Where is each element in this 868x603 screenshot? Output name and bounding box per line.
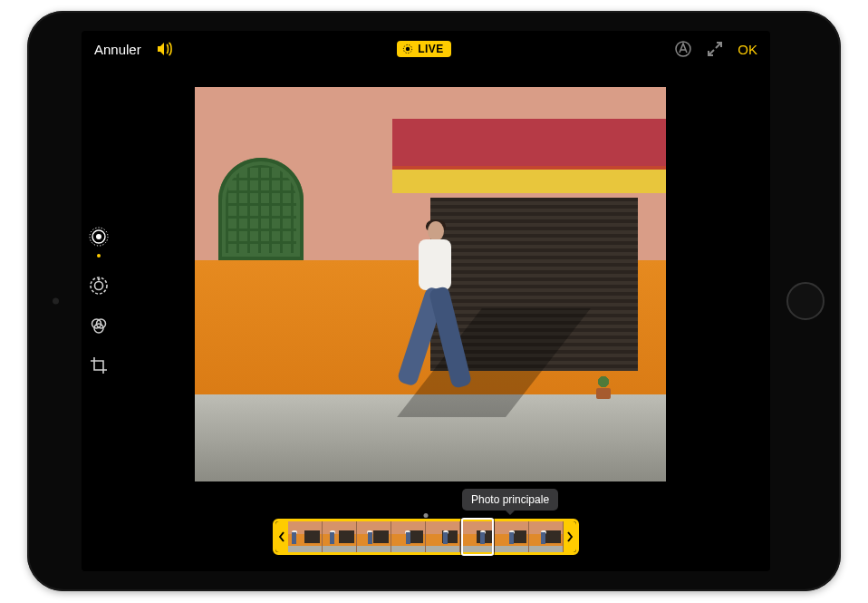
ipad-device-frame: Annuler LIVE OK xyxy=(27,11,841,591)
live-photo-badge[interactable]: LIVE xyxy=(397,41,451,57)
filmstrip-frame[interactable] xyxy=(357,521,391,552)
live-badge-label: LIVE xyxy=(418,43,444,55)
trim-handle-left[interactable] xyxy=(275,521,288,552)
svg-point-7 xyxy=(95,282,103,290)
cancel-button[interactable]: Annuler xyxy=(94,42,141,57)
markup-icon[interactable] xyxy=(674,40,692,58)
filmstrip-frame[interactable] xyxy=(391,521,426,552)
svg-point-3 xyxy=(96,234,101,239)
chevron-right-icon xyxy=(567,531,573,542)
filmstrip-frame[interactable] xyxy=(426,521,460,552)
active-tool-indicator xyxy=(97,254,101,258)
home-button[interactable] xyxy=(786,282,825,320)
done-button[interactable]: OK xyxy=(738,42,757,57)
filmstrip-frame[interactable] xyxy=(460,521,495,552)
scene-awning-red xyxy=(392,119,666,166)
scene-plant xyxy=(593,374,614,399)
tool-adjust-icon[interactable] xyxy=(87,274,111,297)
scene-awning-yellow xyxy=(392,166,666,193)
filmstrip-frames[interactable] xyxy=(288,521,564,552)
sound-on-icon[interactable] xyxy=(156,42,174,56)
tool-live-photo-icon[interactable] xyxy=(87,225,111,248)
app-screen: Annuler LIVE OK xyxy=(82,31,770,571)
filmstrip-frame[interactable] xyxy=(495,521,529,552)
filmstrip-frame[interactable] xyxy=(529,521,564,552)
enter-fullscreen-icon[interactable] xyxy=(707,41,723,57)
live-photo-icon xyxy=(402,44,413,54)
live-photo-filmstrip[interactable] xyxy=(273,519,579,555)
scene-person xyxy=(402,221,466,412)
key-photo-tooltip: Photo principale xyxy=(462,489,558,511)
svg-point-8 xyxy=(98,278,101,281)
filmstrip-frame[interactable] xyxy=(288,521,323,552)
trim-handle-right[interactable] xyxy=(564,521,576,552)
editor-tool-sidebar xyxy=(87,225,111,377)
svg-point-0 xyxy=(406,47,410,51)
editor-top-toolbar: Annuler LIVE OK xyxy=(82,31,770,67)
filmstrip-frame[interactable] xyxy=(323,521,357,552)
scene-window xyxy=(218,158,304,260)
tool-crop-icon[interactable] xyxy=(87,354,111,377)
front-camera-dot xyxy=(53,298,59,305)
tool-filters-icon[interactable] xyxy=(87,314,111,337)
page-indicator-dot xyxy=(424,513,429,518)
chevron-left-icon xyxy=(279,531,285,542)
photo-preview[interactable] xyxy=(195,87,666,481)
